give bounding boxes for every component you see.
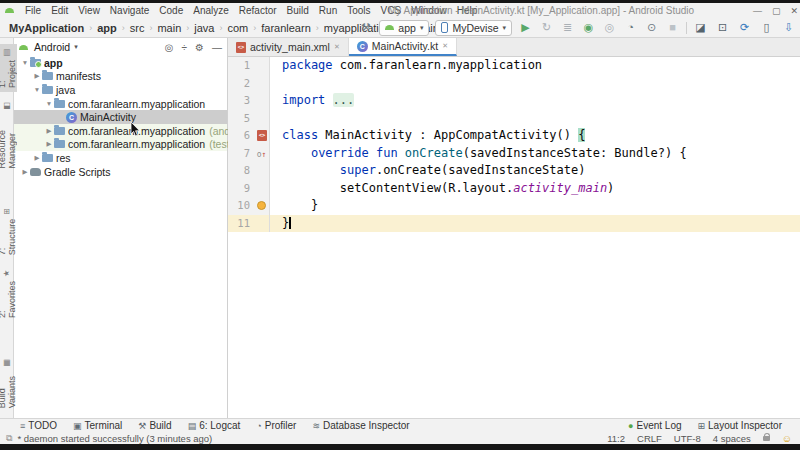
code-line[interactable]: 9 setContentView(R.layout.activity_main) xyxy=(228,180,800,198)
code-line[interactable]: 3import ... xyxy=(228,92,800,110)
tool-strip-build-variants[interactable]: Build Variants▦ xyxy=(0,354,17,412)
settings-gear-icon[interactable]: ⚙ xyxy=(195,42,204,53)
tool-window-button-terminal[interactable]: ▣Terminal xyxy=(73,420,122,431)
chevron-collapsed-icon[interactable]: ▶ xyxy=(32,154,42,162)
menu-view[interactable]: View xyxy=(73,5,105,16)
feedback-smiley-icon[interactable]: ☺ xyxy=(782,433,792,444)
run-button[interactable]: ▶ xyxy=(518,22,533,33)
code-editor[interactable]: 1package com.faranlearn.myapplication23i… xyxy=(228,57,800,418)
chevron-expanded-icon[interactable]: ▼ xyxy=(44,100,54,107)
status-message[interactable]: * daemon started successfully (3 minutes… xyxy=(17,433,212,444)
tree-row[interactable]: ▶Gradle Scripts xyxy=(14,165,227,179)
close-button[interactable]: ✕ xyxy=(790,6,798,16)
line-separator-widget[interactable]: CRLF xyxy=(637,433,662,444)
tool-window-button-profiler[interactable]: ◔Profiler xyxy=(256,420,296,431)
chevron-collapsed-icon[interactable]: ▶ xyxy=(44,127,54,135)
chevron-collapsed-icon[interactable]: ▶ xyxy=(32,72,42,80)
breadcrumb-item-com[interactable]: com xyxy=(226,22,249,34)
device-select[interactable]: MyDevise ▾ xyxy=(435,20,512,36)
tool-window-button-database-inspector[interactable]: ≋Database Inspector xyxy=(312,420,409,431)
tree-row[interactable]: ▶res xyxy=(14,151,227,165)
strip-label: 7: Structure xyxy=(0,218,17,255)
editor-tab-activity_main.xml[interactable]: <>activity_main.xml✕ xyxy=(228,38,349,56)
menu-code[interactable]: Code xyxy=(154,5,188,16)
breadcrumb-item-java[interactable]: java xyxy=(193,22,215,34)
profiler-sessions-button[interactable]: ◪ xyxy=(693,22,708,33)
tool-window-button-6-logcat[interactable]: ▤6: Logcat xyxy=(188,420,241,431)
breadcrumb-item-app[interactable]: app xyxy=(96,22,118,34)
encoding-widget[interactable]: UTF-8 xyxy=(674,433,701,444)
menu-run[interactable]: Run xyxy=(314,5,342,16)
chevron-expanded-icon[interactable]: ▼ xyxy=(20,59,30,66)
project-tool-window: Android ▾ ◎÷⚙— ▼app▶manifests▼java▼com.f… xyxy=(14,38,228,418)
tool-window-button-build[interactable]: ⚒Build xyxy=(138,420,171,431)
logcat-window-button[interactable]: ⊡ xyxy=(715,22,730,33)
tree-row[interactable]: ▶com.faranlearn.myapplication(test) xyxy=(14,138,227,152)
run-coverage-button[interactable]: ◎ xyxy=(602,22,617,33)
minimize-button[interactable]: — xyxy=(753,6,762,16)
tree-row[interactable]: ▶com.faranlearn.myapplication(androidTes… xyxy=(14,124,227,138)
indent-widget[interactable]: 4 spaces xyxy=(713,433,751,444)
tree-row[interactable]: CMainActivity xyxy=(14,110,227,124)
breadcrumb-item-myapplication[interactable]: MyApplication xyxy=(8,22,85,34)
code-token: com.faranlearn.myapplication xyxy=(340,58,542,72)
intention-bulb-icon[interactable] xyxy=(257,201,266,210)
breadcrumb-item-main[interactable]: main xyxy=(156,22,182,34)
menu-build[interactable]: Build xyxy=(282,5,314,16)
tool-strip-resource-manager[interactable]: Resource Manager◧ xyxy=(0,98,17,173)
code-line[interactable]: 5 xyxy=(228,110,800,128)
menu-tools[interactable]: Tools xyxy=(342,5,375,16)
project-view-selector[interactable]: Android xyxy=(34,41,70,53)
sdk-manager-button[interactable]: ⇩ xyxy=(781,22,796,33)
tree-row[interactable]: ▼com.faranlearn.myapplication xyxy=(14,97,227,111)
tool-strip-project[interactable]: 1: Project▤ xyxy=(0,44,17,92)
caret-position-widget[interactable]: 11:2 xyxy=(607,433,625,444)
breadcrumb-item-faranlearn[interactable]: faranlearn xyxy=(260,22,312,34)
menu-navigate[interactable]: Navigate xyxy=(105,5,154,16)
code-line[interactable]: 11} xyxy=(228,215,800,233)
tree-row[interactable]: ▼app xyxy=(14,56,227,70)
code-line[interactable]: 8 super.onCreate(savedInstanceState) xyxy=(228,162,800,180)
menu-refactor[interactable]: Refactor xyxy=(234,5,282,16)
menu-edit[interactable]: Edit xyxy=(46,5,73,16)
apply-code-changes-button[interactable]: ≣ xyxy=(560,22,575,33)
build-hammer-button[interactable]: ⚒ xyxy=(358,22,373,33)
chevron-collapsed-icon[interactable]: ▶ xyxy=(20,168,30,176)
sync-gradle-button[interactable]: ⟳ xyxy=(737,22,752,33)
chevron-expanded-icon[interactable]: ▼ xyxy=(32,86,42,93)
background-tasks-icon[interactable]: ⧉ xyxy=(6,433,12,444)
tool-strip-structure[interactable]: 7: Structure⊞ xyxy=(0,205,17,259)
tab-close-icon[interactable]: ✕ xyxy=(334,43,340,51)
code-line[interactable]: 2 xyxy=(228,75,800,93)
locate-file-icon[interactable]: ◎ xyxy=(165,42,174,53)
readonly-lock-icon[interactable] xyxy=(763,436,770,441)
code-line[interactable]: 6<>class MainActivity : AppCompatActivit… xyxy=(228,127,800,145)
code-line[interactable]: 7o↑ override fun onCreate(savedInstanceS… xyxy=(228,145,800,163)
chevron-down-icon: ▾ xyxy=(420,24,424,32)
tree-row[interactable]: ▼java xyxy=(14,83,227,97)
tool-window-button-todo[interactable]: ≡TODO xyxy=(20,420,57,431)
editor-tab-MainActivity.kt[interactable]: CMainActivity.kt✕ xyxy=(349,38,457,56)
menu-analyze[interactable]: Analyze xyxy=(188,5,234,16)
tree-row[interactable]: ▶manifests xyxy=(14,70,227,84)
overriding-method-icon[interactable]: o↑ xyxy=(257,150,267,159)
run-configuration-select[interactable]: app ▾ xyxy=(379,20,429,36)
attach-debugger-button[interactable]: ⊙ xyxy=(644,22,659,33)
tab-close-icon[interactable]: ✕ xyxy=(442,42,448,50)
debug-button[interactable]: ◉ xyxy=(581,22,596,33)
tool-window-button-event-log[interactable]: ●Event Log xyxy=(628,420,681,431)
tool-window-button-layout-inspector[interactable]: ⊞Layout Inspector xyxy=(698,420,782,431)
maximize-button[interactable]: ▢ xyxy=(772,6,781,16)
profile-button[interactable]: ◔ xyxy=(623,22,638,33)
menu-file[interactable]: File xyxy=(20,5,46,16)
code-line[interactable]: 10 } xyxy=(228,197,800,215)
hide-panel-icon[interactable]: — xyxy=(212,42,222,53)
device-manager-button[interactable]: ▯ xyxy=(759,22,774,33)
code-line[interactable]: 1package com.faranlearn.myapplication xyxy=(228,57,800,75)
stop-button[interactable]: ■ xyxy=(665,22,680,33)
chevron-collapsed-icon[interactable]: ▶ xyxy=(44,140,54,148)
tool-strip-favorites[interactable]: 2: Favorites★ xyxy=(0,265,17,322)
collapse-all-icon[interactable]: ÷ xyxy=(182,42,188,53)
apply-changes-button[interactable]: ↻ xyxy=(539,22,554,33)
breadcrumb-item-src[interactable]: src xyxy=(129,22,146,34)
